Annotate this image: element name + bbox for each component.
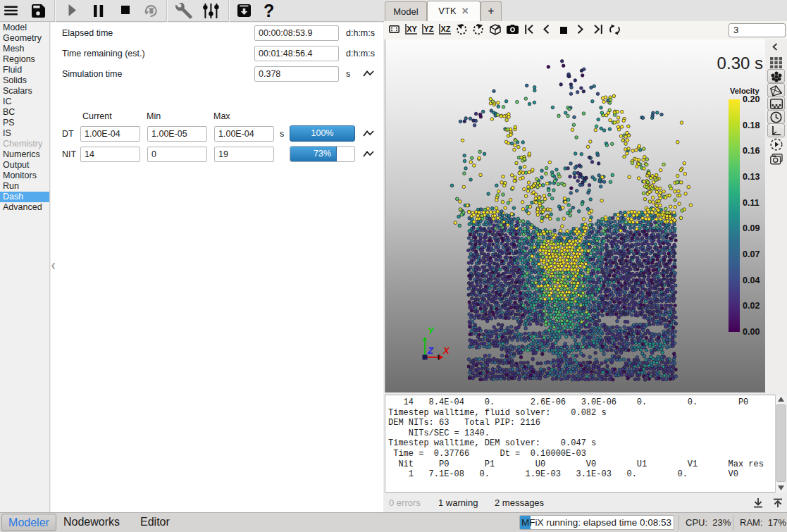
svg-text:X: X — [442, 345, 449, 356]
svg-text:Y: Y — [428, 326, 435, 336]
svg-text:Z: Z — [427, 345, 434, 356]
